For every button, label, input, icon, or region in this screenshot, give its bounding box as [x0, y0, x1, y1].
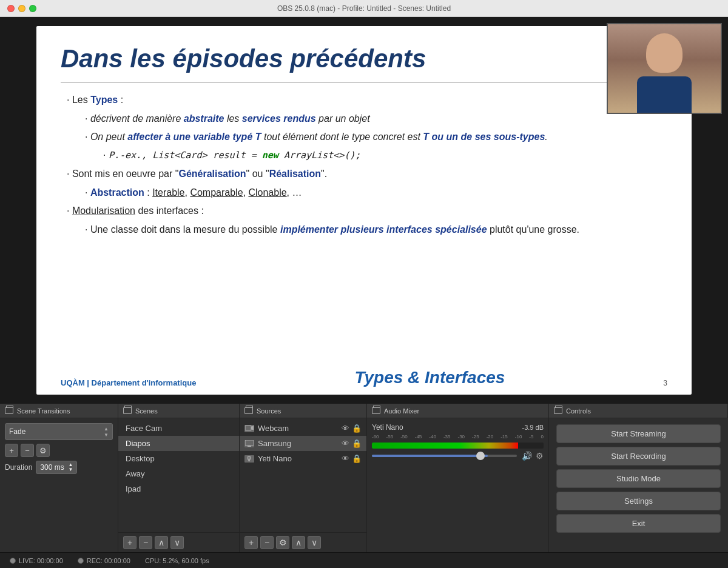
bullet-3a: · P.-ex., List<Card> result = new ArrayL… [103, 147, 667, 164]
preview-area: Dans les épisodes précédents · Les Types… [0, 17, 728, 404]
chevron-down-icon [104, 432, 109, 438]
webcam-svg-icon [245, 425, 254, 432]
scene-item-away[interactable]: Away [118, 466, 239, 481]
panel-sources: Webcam 👁 🔒 Samsung 👁 [240, 418, 367, 552]
move-scene-down-button[interactable]: ∨ [170, 536, 184, 549]
move-scene-up-button[interactable]: ∧ [155, 536, 168, 549]
move-source-up-button[interactable]: ∧ [292, 536, 305, 549]
add-scene-button[interactable]: + [123, 536, 136, 549]
panel-icon-sources [244, 407, 253, 414]
status-live: LIVE: 00:00:00 [10, 557, 63, 564]
svg-rect-2 [245, 440, 254, 446]
window-title: OBS 25.0.8 (mac) - Profile: Untitled - S… [277, 4, 451, 13]
audio-db-level: -3.9 dB [522, 424, 544, 431]
audio-meter-bar [372, 443, 544, 449]
titlebar: OBS 25.0.8 (mac) - Profile: Untitled - S… [0, 0, 728, 17]
configure-source-button[interactable]: ⚙ [276, 536, 289, 549]
slide-divider [61, 82, 667, 83]
panel-controls: Start Streaming Start Recording Studio M… [549, 418, 728, 552]
panel-title-scenes: Scenes [135, 407, 158, 415]
start-recording-button[interactable]: Start Recording [556, 447, 721, 466]
lock-icon-webcam[interactable]: 🔒 [352, 424, 362, 433]
slide-title: Dans les épisodes précédents [61, 44, 667, 73]
webcam-person [608, 24, 721, 113]
source-controls-samsung: 👁 🔒 [342, 439, 362, 448]
slide-page-number: 3 [663, 379, 667, 387]
start-streaming-button[interactable]: Start Streaming [556, 424, 721, 443]
settings-button[interactable]: Settings [556, 492, 721, 510]
eye-icon-webcam[interactable]: 👁 [342, 424, 349, 433]
scene-item-face-cam[interactable]: Face Cam [118, 421, 239, 436]
audio-slider-fill [372, 455, 488, 457]
status-rec: REC: 00:00:00 [78, 557, 130, 564]
types-interfaces-label: Types & Interfaces [354, 368, 505, 387]
bottom-panel: Scene Transitions Scenes Sources Audio M… [0, 404, 728, 568]
transition-type-select[interactable]: Fade [5, 423, 113, 440]
maximize-button[interactable] [29, 5, 36, 12]
remove-source-button[interactable]: − [260, 536, 274, 549]
move-source-down-button[interactable]: ∨ [308, 536, 321, 549]
bullet-1b: · Sont mis en oeuvre par "Généralisation… [67, 165, 667, 182]
source-name-yeti: Yeti Nano [258, 454, 338, 463]
exit-button[interactable]: Exit [556, 514, 721, 533]
panel-title-scene-transitions: Scene Transitions [17, 407, 70, 415]
audio-icons: 🔊 ⚙ [522, 451, 544, 461]
rec-dot-icon [78, 558, 84, 564]
duration-row: Duration 300 ms ▲ ▼ [5, 461, 113, 474]
panel-headers: Scene Transitions Scenes Sources Audio M… [0, 404, 728, 418]
add-transition-button[interactable]: + [5, 444, 18, 457]
close-button[interactable] [7, 5, 15, 12]
configure-transition-button[interactable]: ⚙ [36, 444, 50, 457]
svg-marker-1 [251, 426, 254, 430]
source-item-yeti[interactable]: 🎙 Yeti Nano 👁 🔒 [240, 451, 366, 466]
studio-mode-button[interactable]: Studio Mode [556, 469, 721, 488]
source-item-webcam[interactable]: Webcam 👁 🔒 [240, 421, 366, 436]
audio-settings-icon[interactable]: ⚙ [536, 451, 544, 461]
source-icon-yeti: 🎙 [244, 455, 254, 463]
scene-item-diapos[interactable]: Diapos [118, 436, 239, 451]
eye-icon-yeti[interactable]: 👁 [342, 454, 349, 463]
bullet-1: · Les Types : [67, 92, 667, 108]
add-source-button[interactable]: + [244, 536, 258, 549]
audio-volume-slider[interactable] [372, 455, 517, 457]
source-name-webcam: Webcam [258, 424, 338, 433]
remove-transition-button[interactable]: − [21, 444, 34, 457]
source-controls-yeti: 👁 🔒 [342, 454, 362, 463]
statusbar: LIVE: 00:00:00 REC: 00:00:00 CPU: 5.2%, … [0, 552, 728, 568]
audio-channel-yeti: Yeti Nano -3.9 dB -60 -55 -50 -45 -40 -3… [372, 423, 544, 461]
panel-scene-transitions: Fade + − ⚙ Duration 300 ms ▲ ▼ [0, 418, 118, 552]
lock-icon-yeti[interactable]: 🔒 [352, 454, 362, 463]
lock-icon-samsung[interactable]: 🔒 [352, 439, 362, 448]
source-item-samsung[interactable]: Samsung 👁 🔒 [240, 436, 366, 451]
panel-title-sources: Sources [257, 407, 281, 415]
panel-header-controls: Controls [549, 404, 728, 418]
eye-icon-samsung[interactable]: 👁 [342, 439, 349, 448]
cpu-label: CPU: 5.2%, 60.00 fps [145, 557, 209, 564]
live-dot-icon [10, 558, 16, 564]
duration-arrows: ▲ ▼ [68, 463, 73, 472]
scenes-list: Face Cam Diapos Desktop Away Ipad [118, 418, 239, 532]
scene-item-ipad[interactable]: Ipad [118, 481, 239, 496]
display-svg-icon [245, 440, 254, 447]
remove-scene-button[interactable]: − [139, 536, 152, 549]
audio-slider-thumb[interactable] [476, 452, 485, 460]
duration-input[interactable]: 300 ms ▲ ▼ [36, 461, 77, 474]
panel-header-scene-transitions: Scene Transitions [0, 404, 118, 418]
transition-type-value: Fade [9, 427, 25, 436]
minimize-button[interactable] [18, 5, 25, 12]
audio-channel-header: Yeti Nano -3.9 dB [372, 423, 544, 432]
scenes-toolbar: + − ∧ ∨ [118, 532, 239, 552]
bullet-1c: · Modularisation des interfaces : [67, 202, 667, 219]
titlebar-buttons [7, 5, 36, 12]
panel-audio-mixer: Yeti Nano -3.9 dB -60 -55 -50 -45 -40 -3… [367, 418, 549, 552]
chevron-up-icon [104, 426, 109, 432]
mute-icon[interactable]: 🔊 [522, 451, 532, 461]
panel-icon-scenes [123, 407, 132, 414]
source-controls-webcam: 👁 🔒 [342, 424, 362, 433]
sources-toolbar: + − ⚙ ∧ ∨ [240, 532, 366, 552]
audio-meter-fill [372, 443, 518, 449]
slide-body: · Les Types : · décrivent de manière abs… [61, 92, 667, 238]
panel-header-audio: Audio Mixer [367, 404, 549, 418]
rec-label: REC: 00:00:00 [87, 557, 130, 564]
scene-item-desktop[interactable]: Desktop [118, 451, 239, 466]
